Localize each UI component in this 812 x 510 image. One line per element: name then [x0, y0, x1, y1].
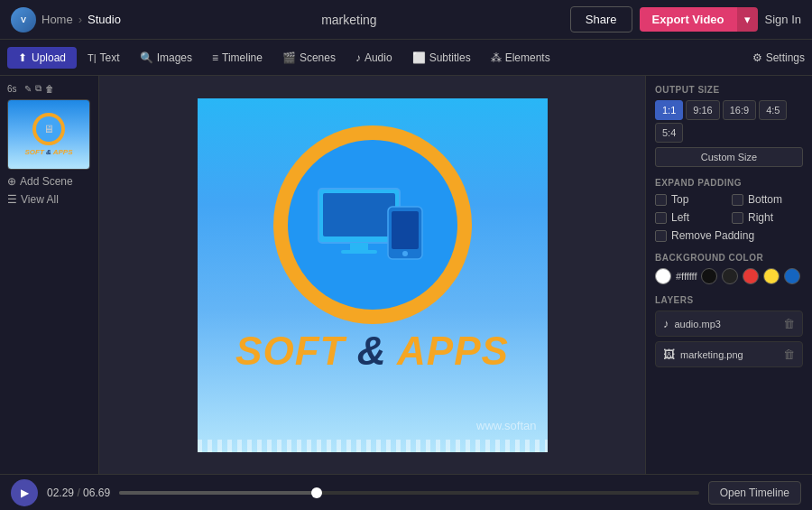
view-all-button[interactable]: ☰ View All: [7, 193, 91, 206]
upload-label: Upload: [32, 51, 66, 64]
output-size-section: OUTPUT SIZE 1:1 9:16 16:9 4:5 5:4 Custom…: [655, 85, 803, 167]
url-text: www.softan: [476, 419, 536, 432]
svg-rect-3: [341, 250, 377, 254]
layers-label: LAYERS: [655, 295, 803, 305]
bottom-bar: ▶ 02.29 / 06.69 Open Timeline: [0, 474, 812, 510]
scene-delete-icon[interactable]: 🗑: [45, 84, 54, 94]
color-white-swatch[interactable]: [655, 268, 671, 284]
layers-section: LAYERS ♪ audio.mp3 🗑 🖼 marketing.png 🗑: [655, 295, 803, 367]
size-9-16-button[interactable]: 9:16: [686, 100, 719, 120]
layers-list: ♪ audio.mp3 🗑 🖼 marketing.png 🗑: [655, 311, 803, 367]
svg-point-6: [402, 251, 408, 256]
color-options: #ffffff: [655, 268, 803, 284]
size-16-9-button[interactable]: 16:9: [723, 100, 756, 120]
padding-top-option[interactable]: Top: [655, 193, 726, 206]
canvas-frame: SOFT & APPS www.softan: [198, 98, 548, 452]
header: V Home › Studio marketing Share Export V…: [0, 0, 812, 40]
toolbar: ⬆ Upload T| Text 🔍 Images ≡ Timeline 🎬 S…: [0, 40, 812, 76]
image-layer-delete-icon[interactable]: 🗑: [783, 348, 795, 361]
subtitles-icon: ⬜: [412, 51, 426, 64]
share-button[interactable]: Share: [570, 6, 632, 32]
text-icon: T|: [88, 52, 97, 63]
size-buttons-row: 1:1 9:16 16:9 4:5 5:4: [655, 100, 803, 143]
mini-circle-inner: 🖥: [36, 116, 61, 142]
home-link[interactable]: Home: [42, 13, 73, 26]
padding-bottom-option[interactable]: Bottom: [732, 193, 803, 206]
timeline-button[interactable]: ≡ Timeline: [203, 47, 272, 69]
layer-image[interactable]: 🖼 marketing.png 🗑: [655, 341, 803, 367]
scene-duration: 6s: [7, 84, 17, 94]
bottom-decoration: [198, 440, 548, 452]
add-scene-button[interactable]: ⊕ Add Scene: [7, 175, 91, 188]
output-size-label: OUTPUT SIZE: [655, 85, 803, 95]
padding-left-checkbox[interactable]: [655, 212, 667, 224]
export-button[interactable]: Export Video: [640, 7, 737, 32]
audio-layer-name: audio.mp3: [675, 319, 779, 329]
total-time: 06.69: [83, 487, 110, 499]
remove-padding-option[interactable]: Remove Padding: [655, 229, 803, 242]
scene-controls: 6s ✎ ⧉ 🗑: [7, 83, 91, 94]
view-all-icon: ☰: [7, 193, 17, 206]
device-circle: [288, 140, 457, 310]
time-display: 02.29 / 06.69: [47, 487, 110, 499]
color-red-swatch[interactable]: [743, 268, 759, 284]
upload-button[interactable]: ⬆ Upload: [7, 47, 77, 69]
audio-layer-delete-icon[interactable]: 🗑: [783, 317, 795, 330]
color-black-swatch[interactable]: [701, 268, 717, 284]
settings-icon: ⚙: [752, 51, 762, 64]
padding-right-option[interactable]: Right: [732, 211, 803, 224]
elements-button[interactable]: ⁂ Elements: [482, 47, 559, 69]
svg-rect-5: [392, 211, 419, 249]
padding-left-option[interactable]: Left: [655, 211, 726, 224]
elements-icon: ⁂: [491, 51, 502, 64]
audio-button[interactable]: ♪ Audio: [346, 47, 401, 69]
scene-edit-icon[interactable]: ✎: [24, 84, 32, 94]
upload-icon: ⬆: [18, 51, 27, 64]
text-button[interactable]: T| Text: [78, 47, 129, 69]
mini-brand-text: SOFT & APPS: [24, 148, 72, 156]
padding-grid: Top Bottom Left Right Remove Padding: [655, 193, 803, 242]
header-actions: Share Export Video ▾ Sign In: [570, 6, 801, 32]
scenes-button[interactable]: 🎬 Scenes: [273, 47, 345, 69]
scene-thumbnail[interactable]: 🖥 SOFT & APPS: [7, 99, 90, 170]
timeline-icon: ≡: [212, 51, 218, 64]
export-dropdown-button[interactable]: ▾: [737, 7, 758, 32]
padding-top-checkbox[interactable]: [655, 194, 667, 206]
padding-right-checkbox[interactable]: [732, 212, 743, 224]
device-svg-icon: [314, 180, 431, 270]
remove-padding-label: Remove Padding: [671, 229, 754, 242]
signin-button[interactable]: Sign In: [765, 13, 801, 26]
progress-thumb[interactable]: [311, 487, 322, 498]
subtitles-button[interactable]: ⬜ Subtitles: [403, 47, 480, 69]
scene-copy-icon[interactable]: ⧉: [35, 83, 42, 94]
progress-fill: [119, 491, 316, 495]
settings-button[interactable]: ⚙ Settings: [752, 51, 805, 64]
custom-size-button[interactable]: Custom Size: [655, 147, 803, 167]
background-color-section: BACKGROUND COLOR #ffffff: [655, 253, 803, 284]
color-yellow-swatch[interactable]: [763, 268, 780, 284]
background-color-label: BACKGROUND COLOR: [655, 253, 803, 263]
layer-audio[interactable]: ♪ audio.mp3 🗑: [655, 311, 803, 337]
remove-padding-checkbox[interactable]: [655, 230, 667, 242]
padding-bottom-checkbox[interactable]: [732, 194, 743, 206]
mini-circle: 🖥: [32, 113, 65, 145]
logo-area: V Home › Studio: [11, 7, 121, 32]
padding-bottom-label: Bottom: [748, 193, 782, 206]
export-button-group: Export Video ▾: [640, 7, 758, 32]
audio-layer-icon: ♪: [663, 317, 669, 330]
scenes-sidebar: 6s ✎ ⧉ 🗑 🖥 SOFT & APPS ⊕ Add Scene ☰ Vie…: [0, 76, 99, 474]
color-blue-swatch[interactable]: [784, 268, 800, 284]
play-button[interactable]: ▶: [11, 479, 38, 506]
canvas-area[interactable]: SOFT & APPS www.softan: [99, 76, 645, 474]
size-1-1-button[interactable]: 1:1: [655, 100, 683, 120]
open-timeline-button[interactable]: Open Timeline: [708, 481, 801, 505]
color-dark-swatch[interactable]: [722, 268, 738, 284]
studio-link[interactable]: Studio: [88, 13, 121, 26]
audio-icon: ♪: [355, 51, 361, 64]
images-button[interactable]: 🔍 Images: [131, 47, 201, 69]
image-layer-name: marketing.png: [680, 349, 778, 360]
progress-bar[interactable]: [119, 491, 699, 495]
size-5-4-button[interactable]: 5:4: [655, 123, 683, 143]
expand-padding-label: EXPAND PADDING: [655, 178, 803, 188]
size-4-5-button[interactable]: 4:5: [759, 100, 787, 120]
